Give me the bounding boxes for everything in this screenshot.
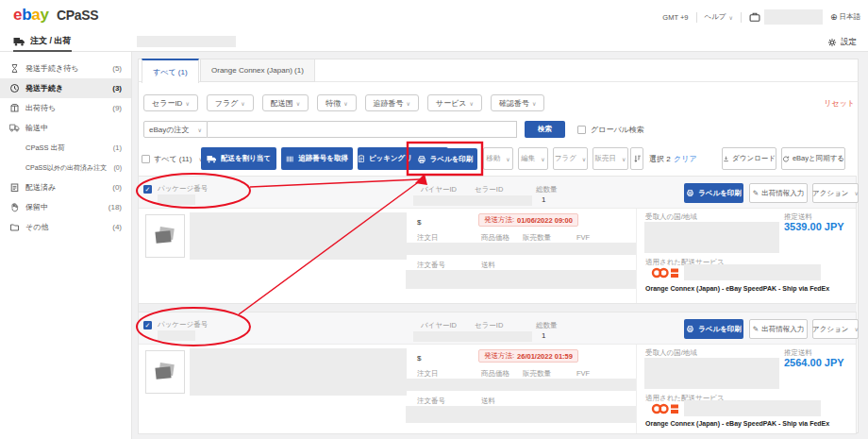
actions-dropdown[interactable]: アクション∨ xyxy=(812,183,859,203)
button-label: 販売日 xyxy=(595,154,617,163)
fvf-label: FVF xyxy=(576,233,590,242)
global-search-checkbox[interactable]: グローバル検索 xyxy=(577,125,644,135)
seller-id-label: セラーID xyxy=(475,321,503,330)
move-dropdown[interactable]: 移動∨ xyxy=(483,147,513,170)
filter-feature[interactable]: 特徴∨ xyxy=(317,94,356,111)
tab-orange-connex[interactable]: Orange Connex (Japan) (1) xyxy=(200,59,315,82)
package-checkbox[interactable]: ✓ xyxy=(143,185,152,194)
enter-ship-info-button[interactable]: ✎ 出荷情報入力 xyxy=(749,319,808,339)
buyer-id-label: バイヤーID xyxy=(421,185,457,194)
orders-tab-label: 注文 / 出荷 xyxy=(30,35,72,47)
button-label: eBayと同期する xyxy=(793,154,844,163)
chevron-down-icon: ∨ xyxy=(296,100,300,107)
clear-selection-link[interactable]: クリア xyxy=(674,154,697,164)
filter-flag[interactable]: フラグ∨ xyxy=(207,94,254,111)
truck-icon xyxy=(9,123,20,133)
currency-symbol: $ xyxy=(417,218,421,227)
sidebar-item-count: (4) xyxy=(112,223,122,231)
button-label: 追跡番号を取得 xyxy=(298,154,348,163)
tab-all[interactable]: すべて (1) xyxy=(142,59,199,83)
sidebar-item-count: (5) xyxy=(112,64,122,73)
sidebar-item-count: (0) xyxy=(112,183,122,192)
sidebar-item-other[interactable]: その他 (4) xyxy=(0,217,131,237)
flag-dropdown[interactable]: フラグ∨ xyxy=(553,147,588,170)
package-card-body: $ 発送方法: 26/01/2022 01:59 注文日 商品価格 販売数量 F… xyxy=(139,345,856,433)
search-scope-select[interactable]: eBayの注文 ∨ xyxy=(143,121,208,138)
edit-dropdown[interactable]: 編集∨ xyxy=(518,147,548,170)
package-card-header: ✓ パッケージ番号 バイヤーID セラーID 総数量 1 ラベルを印刷 ✎ 出荷… xyxy=(139,312,856,345)
filter-confirmation-number[interactable]: 確認番号∨ xyxy=(491,94,544,111)
select-all-control[interactable]: すべて (11) ∨ xyxy=(142,154,203,164)
sidebar-item-label: その他 xyxy=(25,222,48,232)
filter-ship-country[interactable]: 配送国∨ xyxy=(262,94,309,111)
filter-label: セラーID xyxy=(152,98,182,109)
sidebar-item-count: (0) xyxy=(113,164,122,171)
redacted-recipient xyxy=(644,358,779,389)
filter-tracking-number[interactable]: 追跡番号∨ xyxy=(365,94,419,111)
chevron-down-icon: ∨ xyxy=(343,100,347,107)
orange-connex-logo xyxy=(651,402,679,415)
sidebar-item-non-cpass-shipped-orders[interactable]: CPaSS以外の出荷済み注文 (0) xyxy=(0,158,131,177)
download-button[interactable]: ダウンロード xyxy=(722,147,776,170)
help-menu[interactable]: ヘルプ ∨ xyxy=(705,12,733,22)
package-checkbox[interactable]: ✓ xyxy=(143,321,152,329)
filter-service[interactable]: サービス∨ xyxy=(427,94,482,111)
pencil-icon: ✎ xyxy=(753,189,759,197)
actions-dropdown[interactable]: アクション∨ xyxy=(812,319,859,339)
sidebar-item-on-hold[interactable]: 保留中 (18) xyxy=(0,197,131,217)
order-number-label: 注文番号 xyxy=(417,261,445,270)
tab-orders-shipping[interactable]: 注文 / 出荷 xyxy=(13,35,72,52)
redacted-package-number xyxy=(158,194,195,205)
package-number-label: パッケージ番号 xyxy=(158,184,208,194)
card-print-label-button[interactable]: ラベルを印刷 xyxy=(684,319,743,339)
get-tracking-button[interactable]: 追跡番号を取得 xyxy=(281,147,353,170)
sidebar-item-delivered[interactable]: 配送済み (0) xyxy=(0,177,131,197)
clock-icon xyxy=(9,83,20,93)
sidebar-item-shipping-procedure[interactable]: 発送手続き (3) xyxy=(0,78,131,98)
redacted-order-row xyxy=(406,243,636,255)
sidebar-item-cpass-shipments[interactable]: CPaSS 出荷 (1) xyxy=(0,138,131,158)
price-label: 商品価格 xyxy=(481,369,509,379)
clipboard-icon xyxy=(9,182,20,193)
filter-seller-id[interactable]: セラーID∨ xyxy=(143,94,198,111)
filter-label: 配送国 xyxy=(271,98,293,109)
logo-letter-y: y xyxy=(40,6,48,24)
assign-shipping-button[interactable]: 配送を割り当て xyxy=(201,147,276,170)
total-qty-value: 1 xyxy=(542,195,545,204)
truck-icon xyxy=(207,155,217,163)
search-button[interactable]: 検索 xyxy=(525,121,565,138)
hand-icon xyxy=(9,202,20,212)
photo-icon xyxy=(154,226,176,246)
sidebar-item-awaiting-shipping-procedure[interactable]: 発送手続き待ち (5) xyxy=(0,59,131,78)
filter-label: 特徴 xyxy=(326,98,341,109)
enter-ship-info-button[interactable]: ✎ 出荷情報入力 xyxy=(749,183,808,203)
shipping-fee-label: 送料 xyxy=(481,397,495,406)
sidebar-item-awaiting-shipment[interactable]: 出荷待ち (9) xyxy=(0,98,131,118)
chevron-down-icon: ∨ xyxy=(855,190,859,196)
sync-ebay-button[interactable]: eBayと同期する xyxy=(781,147,845,170)
sidebar-item-in-transit[interactable]: 輸送中 xyxy=(0,118,131,138)
button-label: 出荷情報入力 xyxy=(761,189,804,198)
settings-label: 設定 xyxy=(841,37,857,48)
sort-button[interactable] xyxy=(630,147,643,170)
language-selector[interactable]: ⊕ 日本語 xyxy=(830,12,860,22)
sidebar-item-label: 発送手続き待ち xyxy=(25,63,78,74)
account-menu[interactable] xyxy=(749,9,823,25)
service-name: Orange Connex (Japan) - eBay SpeedPAK - … xyxy=(645,285,829,292)
logo-suffix: CPaSS xyxy=(57,8,98,23)
redacted-service xyxy=(684,400,821,416)
search-input[interactable] xyxy=(208,121,517,138)
sold-qty-label: 販売数量 xyxy=(523,369,551,379)
divider xyxy=(741,12,742,23)
card-print-label-button[interactable]: ラベルを印刷 xyxy=(684,183,743,203)
redacted-buyer-seller xyxy=(413,331,532,342)
sale-date-dropdown[interactable]: 販売日∨ xyxy=(593,147,628,170)
fvf-label: FVF xyxy=(576,369,590,378)
settings-button[interactable]: 設定 xyxy=(827,37,857,48)
total-qty-label: 総数量 xyxy=(536,185,558,194)
print-label-button[interactable]: ラベルを印刷 xyxy=(412,148,477,170)
logo-letter-e: e xyxy=(13,6,22,24)
reset-link[interactable]: リセット xyxy=(824,98,855,109)
briefcase-icon xyxy=(749,11,760,23)
chevron-down-icon: ∨ xyxy=(855,326,859,332)
